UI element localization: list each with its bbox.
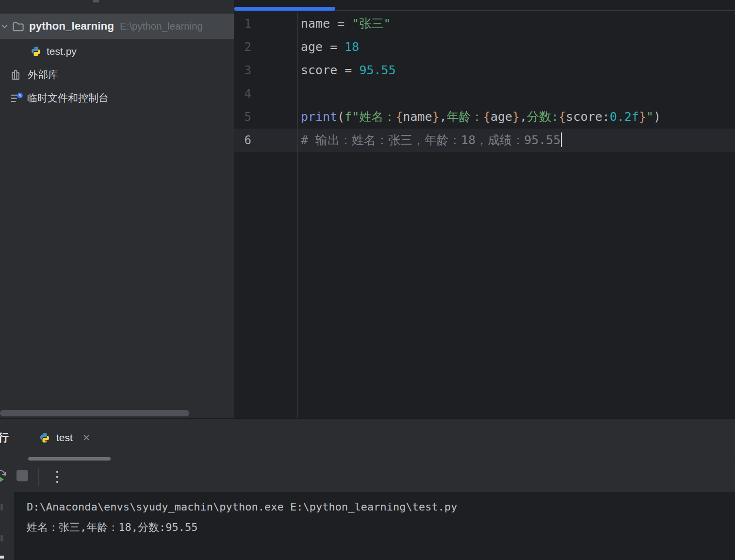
- ide-window: python_learning E:\python_learning test.…: [0, 0, 735, 560]
- line-number[interactable]: 5: [234, 105, 251, 129]
- code-line: 5print(f"姓名：{name},年龄：{age},分数:{score:0.…: [234, 105, 735, 129]
- stop-button[interactable]: [16, 470, 28, 481]
- text-caret: [561, 132, 562, 147]
- progress-bar: [234, 7, 335, 11]
- code-line: 4: [234, 82, 735, 105]
- code-text: # 输出：姓名：张三，年龄：18，成绩：95.55: [301, 129, 562, 152]
- project-root-path: E:\python_learning: [120, 20, 203, 32]
- code-line: 3score = 95.55: [234, 59, 735, 82]
- gutter-separator: [297, 13, 298, 418]
- line-number[interactable]: 2: [234, 35, 251, 59]
- cut-toolbar-icon: [0, 556, 4, 559]
- project-horizontal-scrollbar[interactable]: [0, 410, 189, 416]
- code-editor[interactable]: 1name = "张三"2age = 183score = 95.5545pri…: [234, 0, 735, 418]
- more-options-button[interactable]: ⋮: [50, 468, 65, 485]
- console-toolbar-strip: [0, 492, 14, 560]
- console-command-line: D:\Anaconda\envs\syudy_machin\python.exe…: [27, 500, 457, 514]
- toolbar-separator: [38, 468, 39, 486]
- code-line: 6# 输出：姓名：张三，年龄：18，成绩：95.55: [234, 129, 735, 152]
- close-icon[interactable]: ✕: [82, 433, 91, 443]
- tree-row-scratches[interactable]: 临时文件和控制台: [0, 86, 234, 110]
- project-root-name: python_learning: [29, 20, 114, 33]
- tool-window-title-run[interactable]: 运行: [0, 427, 16, 448]
- console-output-line: 姓名：张三,年龄：18,分数:95.55: [27, 520, 197, 535]
- line-number[interactable]: 6: [234, 129, 251, 152]
- tree-item-label: 外部库: [28, 68, 58, 82]
- run-tab-label: test: [56, 432, 73, 444]
- console-output[interactable]: D:\Anaconda\envs\syudy_machin\python.exe…: [0, 492, 735, 560]
- library-icon: [10, 68, 23, 82]
- scrollbar-tick: [93, 0, 99, 2]
- code-text: score = 95.55: [301, 59, 396, 82]
- code-line: 1name = "张三": [234, 12, 735, 35]
- python-file-icon: [30, 46, 42, 57]
- rerun-icon: [0, 468, 8, 485]
- project-panel[interactable]: python_learning E:\python_learning test.…: [0, 0, 234, 418]
- code-line: 2age = 18: [234, 35, 735, 59]
- line-number[interactable]: 1: [234, 12, 251, 35]
- folder-icon: [12, 20, 25, 33]
- tree-row-project-root[interactable]: python_learning E:\python_learning: [0, 14, 234, 39]
- code-text: print(f"姓名：{name},年龄：{age},分数:{score:0.2…: [301, 105, 661, 129]
- code-lines: 1name = "张三"2age = 183score = 95.5545pri…: [234, 12, 735, 152]
- tree-item-label: test.py: [47, 46, 77, 57]
- scratches-icon: [10, 91, 23, 105]
- tree-item-label: 临时文件和控制台: [27, 91, 109, 105]
- tree-row-test-py[interactable]: test.py: [0, 40, 234, 63]
- run-tab-test[interactable]: test ✕: [39, 424, 91, 451]
- line-number[interactable]: 3: [234, 59, 251, 82]
- cut-toolbar-icon: [0, 504, 3, 511]
- tool-window-title-label: 运行: [0, 427, 16, 448]
- run-tool-window: 运行 test ✕ ⋮ D:\Anac: [0, 418, 735, 560]
- rerun-button[interactable]: [0, 468, 9, 486]
- code-text: age = 18: [301, 35, 359, 59]
- cut-toolbar-icon: [0, 535, 3, 542]
- header-divider: [0, 463, 735, 463]
- chevron-down-icon[interactable]: [0, 22, 9, 31]
- tree-row-external-libraries[interactable]: 外部库: [0, 63, 234, 86]
- python-file-icon: [39, 432, 50, 444]
- line-number[interactable]: 4: [234, 82, 251, 105]
- tab-scrollbar[interactable]: [28, 457, 111, 461]
- code-text: name = "张三": [301, 12, 391, 35]
